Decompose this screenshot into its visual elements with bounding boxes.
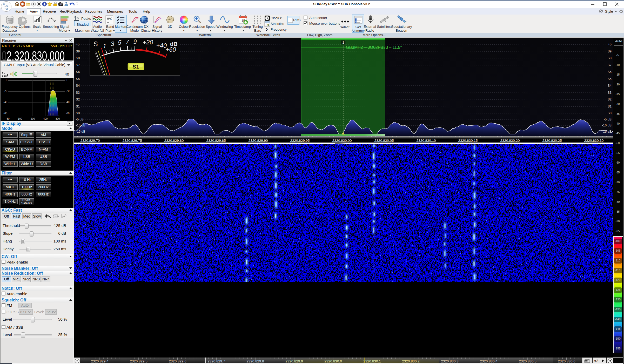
svg-text:-5 dB: -5 dB [76, 118, 84, 121]
svg-text:2320.829.6: 2320.829.6 [169, 359, 186, 363]
svg-text:S7: S7 [608, 63, 612, 67]
svg-text:2320.829.95: 2320.829.95 [290, 139, 310, 143]
svg-text:3: 3 [111, 40, 114, 47]
svg-text:S8: S8 [76, 56, 80, 60]
svg-text:-10 dB: -10 dB [76, 124, 85, 127]
svg-text:2320.829.80: 2320.829.80 [164, 139, 184, 143]
svg-text:2320.830.0: 2320.830.0 [324, 359, 342, 363]
svg-text:2320.829.85: 2320.829.85 [206, 139, 226, 143]
svg-text:S2: S2 [76, 98, 80, 101]
svg-text:S3: S3 [608, 91, 612, 95]
svg-text:2320.829.5: 2320.829.5 [130, 359, 147, 363]
svg-text:2320.830.4: 2320.830.4 [480, 359, 498, 363]
svg-text:2320.829.75: 2320.829.75 [122, 139, 142, 143]
svg-text:5: 5 [118, 39, 122, 46]
svg-text:2320.829.9: 2320.829.9 [285, 359, 303, 363]
svg-text:9: 9 [133, 38, 137, 45]
svg-text:-10 dB: -10 dB [602, 124, 612, 127]
svg-text:S4: S4 [76, 84, 80, 87]
svg-text:1: 1 [342, 41, 344, 44]
svg-text:+20: +20 [143, 39, 153, 46]
svg-text:2320.829.7: 2320.829.7 [207, 359, 225, 363]
svg-text:S5: S5 [76, 77, 80, 81]
svg-text:2320.830.25: 2320.830.25 [542, 139, 562, 143]
svg-text:7: 7 [125, 38, 129, 45]
svg-text:2320.830.6: 2320.830.6 [558, 359, 575, 363]
svg-text:S7: S7 [76, 63, 80, 67]
svg-text:+5: +5 [608, 43, 612, 46]
svg-text:2320.829.4: 2320.829.4 [91, 359, 109, 363]
svg-text:2320.829.70: 2320.829.70 [80, 139, 100, 143]
svg-text:2320.830.20: 2320.830.20 [500, 139, 520, 143]
svg-text:S6: S6 [608, 70, 612, 74]
svg-text:2320.830.30: 2320.830.30 [584, 139, 603, 143]
svg-text:S: S [93, 40, 98, 48]
svg-text:2320.830.05: 2320.830.05 [374, 139, 394, 143]
svg-text:2320.829.90: 2320.829.90 [248, 139, 268, 143]
svg-text:2320.829.8: 2320.829.8 [246, 359, 264, 363]
svg-text:9: 9 [267, 24, 269, 26]
svg-text:-15 dB: -15 dB [76, 130, 85, 133]
svg-text:S3: S3 [76, 91, 80, 95]
svg-text:GB3MHZ – JO02PB33 – 11.5°: GB3MHZ – JO02PB33 – 11.5° [346, 45, 402, 50]
svg-text:2320.830.00: 2320.830.00 [332, 139, 352, 143]
svg-text:S1: S1 [76, 105, 80, 108]
svg-text:1: 1 [103, 43, 106, 50]
svg-text:S6: S6 [76, 70, 80, 74]
svg-text:S9: S9 [76, 50, 80, 53]
svg-text:S2: S2 [608, 98, 612, 101]
svg-text:2320.830.1: 2320.830.1 [363, 359, 381, 363]
svg-text:+5: +5 [76, 43, 79, 46]
svg-text:S8: S8 [608, 56, 612, 60]
svg-text:S9: S9 [608, 50, 612, 53]
svg-text:-5 dB: -5 dB [604, 118, 612, 121]
svg-text:S4: S4 [608, 84, 612, 87]
svg-text:2320.830.2: 2320.830.2 [402, 359, 420, 363]
svg-text:S1: S1 [132, 64, 139, 70]
svg-text:S0: S0 [76, 111, 80, 115]
svg-text:2320.830.10: 2320.830.10 [416, 139, 436, 143]
svg-text:2320.830.3: 2320.830.3 [441, 359, 459, 363]
svg-text:S1: S1 [608, 105, 612, 108]
svg-text:-15 dB: -15 dB [602, 130, 612, 133]
svg-text:2320.830.15: 2320.830.15 [458, 139, 478, 143]
svg-text:S0: S0 [608, 111, 612, 115]
svg-text:S5: S5 [608, 77, 612, 81]
svg-text:+60: +60 [165, 46, 176, 53]
svg-text:2320.830.5: 2320.830.5 [519, 359, 536, 363]
